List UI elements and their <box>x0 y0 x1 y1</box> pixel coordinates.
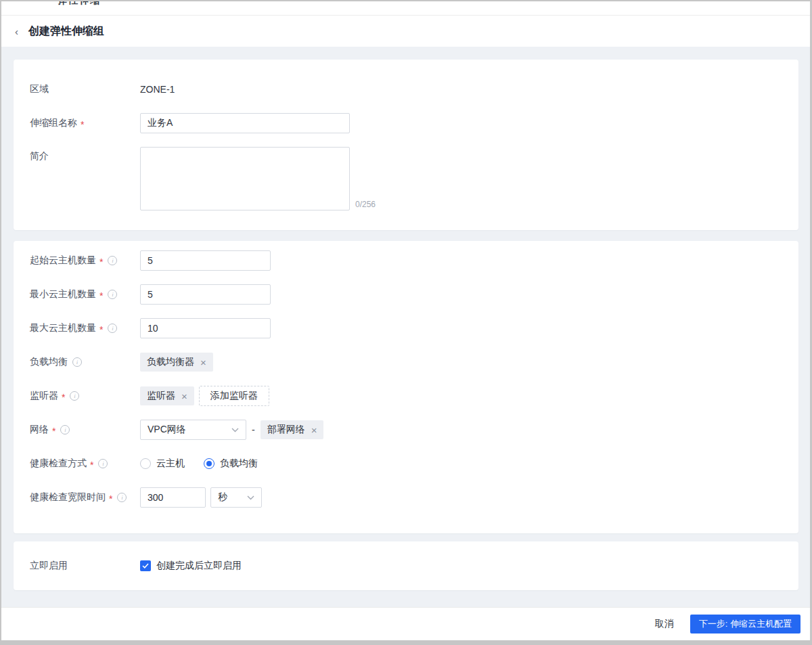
zone-label: 区域 <box>30 79 140 99</box>
required-asterisk: * <box>99 288 103 301</box>
load-balancer-label-text: 负载均衡 <box>30 356 68 368</box>
max-count-label: 最大云主机数量 * i <box>30 318 140 338</box>
description-textarea[interactable] <box>140 147 350 210</box>
required-asterisk: * <box>109 491 112 504</box>
network-label: 网络 * i <box>30 420 140 440</box>
info-icon[interactable]: i <box>108 290 117 299</box>
description-label-text: 简介 <box>30 150 49 162</box>
required-asterisk: * <box>90 458 93 470</box>
next-step-button[interactable]: 下一步: 伸缩云主机配置 <box>690 615 800 633</box>
description-label: 简介 <box>30 147 140 162</box>
chevron-down-icon <box>231 428 239 432</box>
group-name-input[interactable] <box>140 113 350 133</box>
min-count-input[interactable] <box>140 284 271 305</box>
zone-label-text: 区域 <box>30 83 49 95</box>
radio-option-vm-label: 云主机 <box>156 458 185 470</box>
remove-tag-icon[interactable]: × <box>311 425 317 435</box>
enable-card: 立即启用 创建完成后立即启用 <box>14 541 798 590</box>
health-check-mode-label: 健康检查方式 * i <box>30 453 140 474</box>
network-row: 网络 * i VPC网络 - 部署网络 × <box>30 420 782 440</box>
health-check-radio-group: 云主机 负载均衡 <box>140 458 277 470</box>
enable-label-text: 立即启用 <box>30 560 68 572</box>
info-icon[interactable]: i <box>72 357 82 367</box>
group-name-label-text: 伸缩组名称 <box>30 117 77 129</box>
initial-count-input[interactable] <box>140 250 271 271</box>
listener-tag-text: 监听器 <box>147 390 175 402</box>
required-asterisk: * <box>99 322 103 334</box>
grace-period-input[interactable] <box>140 487 206 508</box>
info-icon[interactable]: i <box>60 425 70 435</box>
initial-count-label-text: 起始云主机数量 <box>30 254 96 267</box>
health-check-mode-row: 健康检查方式 * i 云主机 负载均衡 <box>30 453 782 474</box>
grace-period-row: 健康检查宽限时间 * i 秒 <box>30 487 782 508</box>
app-window: 弹性伸缩 ‹ 创建弹性伸缩组 区域 ZONE-1 伸缩组名称 * <box>1 1 810 640</box>
grace-period-label-text: 健康检查宽限时间 <box>30 491 106 504</box>
required-asterisk: * <box>81 117 84 129</box>
enable-checkbox-row: 创建完成后立即启用 <box>140 560 242 572</box>
health-check-mode-label-text: 健康检查方式 <box>30 458 87 470</box>
form-content: 区域 ZONE-1 伸缩组名称 * 简介 0/256 <box>1 47 810 607</box>
top-clipped-strip: 弹性伸缩 <box>1 1 810 16</box>
checkbox-checked-icon[interactable] <box>140 560 151 571</box>
min-count-row: 最小云主机数量 * i <box>30 284 782 305</box>
group-name-label: 伸缩组名称 * <box>30 113 140 133</box>
page-title: 创建弹性伸缩组 <box>28 24 104 39</box>
add-listener-button[interactable]: 添加监听器 <box>199 386 269 406</box>
clipped-text-fragment: 弹性伸缩 <box>58 1 101 7</box>
char-counter: 0/256 <box>355 200 376 210</box>
max-count-input[interactable] <box>140 318 271 338</box>
page-header: ‹ 创建弹性伸缩组 <box>1 16 810 47</box>
required-asterisk: * <box>99 254 103 267</box>
deploy-network-tag: 部署网络 × <box>261 420 324 439</box>
required-asterisk: * <box>52 424 55 436</box>
required-asterisk: * <box>62 390 65 402</box>
radio-selected-icon[interactable] <box>204 458 215 469</box>
remove-tag-icon[interactable]: × <box>181 391 187 401</box>
deploy-network-tag-text: 部署网络 <box>267 424 305 436</box>
min-count-label: 最小云主机数量 * i <box>30 284 140 305</box>
scaling-config-card: 起始云主机数量 * i 最小云主机数量 * i 最大云主机数量 * i <box>14 241 798 533</box>
radio-option-lb[interactable]: 负载均衡 <box>204 458 258 470</box>
description-row: 简介 0/256 <box>30 147 782 210</box>
radio-option-lb-label: 负载均衡 <box>220 458 258 470</box>
radio-unselected-icon[interactable] <box>140 458 151 469</box>
group-name-row: 伸缩组名称 * <box>30 113 782 133</box>
chevron-down-icon <box>247 495 254 500</box>
initial-count-row: 起始云主机数量 * i <box>30 250 782 271</box>
zone-row: 区域 ZONE-1 <box>30 79 782 99</box>
load-balancer-row: 负载均衡 i 负载均衡器 × <box>30 352 782 372</box>
enable-checkbox-label: 创建完成后立即启用 <box>156 560 242 572</box>
listener-label-text: 监听器 <box>30 390 58 402</box>
listener-label: 监听器 * i <box>30 386 140 406</box>
grace-period-label: 健康检查宽限时间 * i <box>30 487 140 508</box>
enable-label: 立即启用 <box>30 556 140 576</box>
info-icon[interactable]: i <box>98 459 108 468</box>
basic-info-card: 区域 ZONE-1 伸缩组名称 * 简介 0/256 <box>14 60 798 230</box>
listener-row: 监听器 * i 监听器 × 添加监听器 <box>30 386 782 406</box>
zone-value: ZONE-1 <box>140 79 175 99</box>
network-select[interactable]: VPC网络 <box>140 420 246 440</box>
info-icon[interactable]: i <box>70 391 79 401</box>
info-icon[interactable]: i <box>117 493 127 502</box>
network-dash-separator: - <box>252 424 255 435</box>
cancel-button[interactable]: 取消 <box>648 614 681 634</box>
back-icon[interactable]: ‹ <box>15 26 18 37</box>
load-balancer-tag-text: 负载均衡器 <box>147 356 194 368</box>
remove-tag-icon[interactable]: × <box>200 357 206 368</box>
min-count-label-text: 最小云主机数量 <box>30 288 96 301</box>
grace-unit-select[interactable]: 秒 <box>210 487 262 508</box>
footer-action-bar: 取消 下一步: 伸缩云主机配置 <box>1 607 810 640</box>
max-count-row: 最大云主机数量 * i <box>30 318 782 338</box>
network-label-text: 网络 <box>30 424 49 436</box>
listener-tag: 监听器 × <box>140 386 194 405</box>
load-balancer-label: 负载均衡 i <box>30 352 140 372</box>
enable-row: 立即启用 创建完成后立即启用 <box>30 556 782 576</box>
info-icon[interactable]: i <box>108 324 117 333</box>
load-balancer-tag: 负载均衡器 × <box>140 353 213 372</box>
description-field-wrap: 0/256 <box>140 147 376 210</box>
initial-count-label: 起始云主机数量 * i <box>30 250 140 271</box>
info-icon[interactable]: i <box>108 256 117 265</box>
radio-option-vm[interactable]: 云主机 <box>140 458 185 470</box>
grace-unit-value: 秒 <box>218 491 227 504</box>
network-select-value: VPC网络 <box>148 424 186 436</box>
